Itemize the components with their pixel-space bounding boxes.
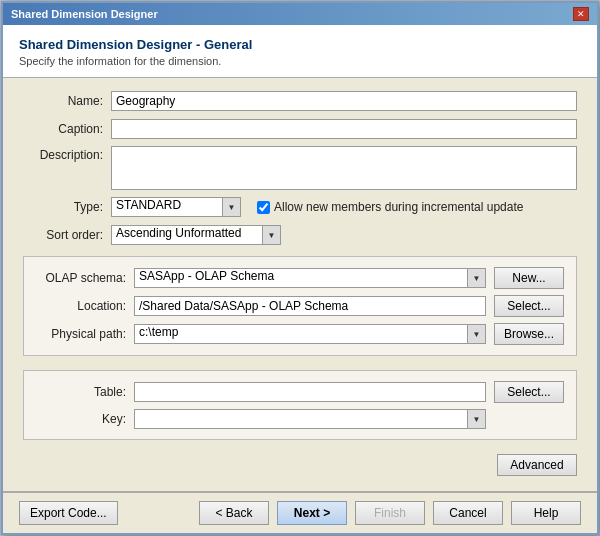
type-label: Type: bbox=[23, 200, 103, 214]
header-title: Shared Dimension Designer - General bbox=[19, 37, 581, 52]
header-section: Shared Dimension Designer - General Spec… bbox=[3, 25, 597, 78]
caption-row: Caption: bbox=[23, 118, 577, 140]
type-row: Type: STANDARD ▼ Allow new members durin… bbox=[23, 196, 577, 218]
next-button[interactable]: Next > bbox=[277, 501, 347, 525]
physical-combo[interactable]: c:\temp ▼ bbox=[134, 324, 486, 344]
cancel-button[interactable]: Cancel bbox=[433, 501, 503, 525]
physical-row: Physical path: c:\temp ▼ Browse... bbox=[36, 323, 564, 345]
footer: Export Code... < Back Next > Finish Canc… bbox=[3, 491, 597, 533]
name-row: Name: bbox=[23, 90, 577, 112]
help-button[interactable]: Help bbox=[511, 501, 581, 525]
description-row: Description: bbox=[23, 146, 577, 190]
location-label: Location: bbox=[36, 299, 126, 313]
title-bar-buttons: ✕ bbox=[573, 7, 589, 21]
advanced-row: Advanced bbox=[23, 450, 577, 478]
key-value bbox=[135, 410, 467, 428]
name-label: Name: bbox=[23, 94, 103, 108]
key-row: Key: ▼ bbox=[36, 409, 564, 429]
caption-input[interactable] bbox=[111, 119, 577, 139]
type-dropdown-icon[interactable]: ▼ bbox=[222, 198, 240, 216]
description-input[interactable] bbox=[111, 146, 577, 190]
select-button-2[interactable]: Select... bbox=[494, 381, 564, 403]
main-window: Shared Dimension Designer ✕ Shared Dimen… bbox=[1, 1, 599, 535]
sort-combo[interactable]: Ascending Unformatted ▼ bbox=[111, 225, 281, 245]
allow-label: Allow new members during incremental upd… bbox=[274, 200, 523, 214]
header-subtitle: Specify the information for the dimensio… bbox=[19, 55, 581, 67]
export-code-button[interactable]: Export Code... bbox=[19, 501, 118, 525]
location-input[interactable] bbox=[134, 296, 486, 316]
type-combo[interactable]: STANDARD ▼ bbox=[111, 197, 241, 217]
caption-label: Caption: bbox=[23, 122, 103, 136]
allow-checkbox-label: Allow new members during incremental upd… bbox=[257, 200, 523, 214]
form-area: Name: Caption: Description: Type: STANDA… bbox=[3, 78, 597, 491]
name-input[interactable] bbox=[111, 91, 577, 111]
olap-row: OLAP schema: SASApp - OLAP Schema ▼ New.… bbox=[36, 267, 564, 289]
schema-section: OLAP schema: SASApp - OLAP Schema ▼ New.… bbox=[23, 256, 577, 356]
type-value: STANDARD bbox=[112, 198, 222, 216]
table-label: Table: bbox=[36, 385, 126, 399]
olap-value: SASApp - OLAP Schema bbox=[135, 269, 467, 287]
table-input[interactable] bbox=[134, 382, 486, 402]
key-combo[interactable]: ▼ bbox=[134, 409, 486, 429]
browse-button[interactable]: Browse... bbox=[494, 323, 564, 345]
footer-left: Export Code... bbox=[19, 501, 118, 525]
description-label: Description: bbox=[23, 146, 103, 162]
footer-right: < Back Next > Finish Cancel Help bbox=[199, 501, 581, 525]
back-button[interactable]: < Back bbox=[199, 501, 269, 525]
select-button-1[interactable]: Select... bbox=[494, 295, 564, 317]
close-button[interactable]: ✕ bbox=[573, 7, 589, 21]
sort-value: Ascending Unformatted bbox=[112, 226, 262, 244]
olap-dropdown-icon[interactable]: ▼ bbox=[467, 269, 485, 287]
title-bar: Shared Dimension Designer ✕ bbox=[3, 3, 597, 25]
advanced-button[interactable]: Advanced bbox=[497, 454, 577, 476]
sort-row: Sort order: Ascending Unformatted ▼ bbox=[23, 224, 577, 246]
key-dropdown-icon[interactable]: ▼ bbox=[467, 410, 485, 428]
window-title: Shared Dimension Designer bbox=[11, 8, 158, 20]
finish-button[interactable]: Finish bbox=[355, 501, 425, 525]
physical-label: Physical path: bbox=[36, 327, 126, 341]
olap-label: OLAP schema: bbox=[36, 271, 126, 285]
allow-checkbox[interactable] bbox=[257, 201, 270, 214]
new-button[interactable]: New... bbox=[494, 267, 564, 289]
olap-combo[interactable]: SASApp - OLAP Schema ▼ bbox=[134, 268, 486, 288]
table-section: Table: Select... Key: ▼ bbox=[23, 370, 577, 440]
physical-value: c:\temp bbox=[135, 325, 467, 343]
sort-dropdown-icon[interactable]: ▼ bbox=[262, 226, 280, 244]
location-row: Location: Select... bbox=[36, 295, 564, 317]
sort-label: Sort order: bbox=[23, 228, 103, 242]
content-area: Shared Dimension Designer - General Spec… bbox=[3, 25, 597, 533]
table-row: Table: Select... bbox=[36, 381, 564, 403]
physical-dropdown-icon[interactable]: ▼ bbox=[467, 325, 485, 343]
key-label: Key: bbox=[36, 412, 126, 426]
